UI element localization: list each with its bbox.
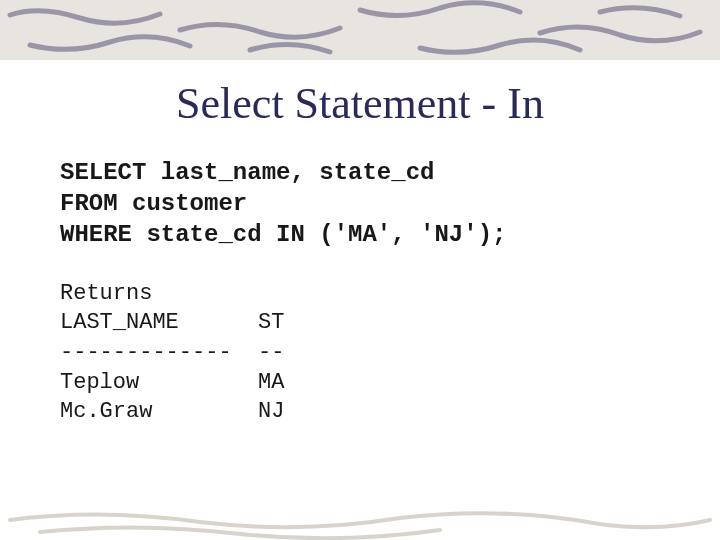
result-header-col1: LAST_NAME xyxy=(60,310,179,335)
slide-title: Select Statement - In xyxy=(0,78,720,129)
result-row-st: MA xyxy=(258,370,284,395)
sql-code: SELECT last_name, state_cd FROM customer… xyxy=(60,157,680,251)
result-row-name: Teplow xyxy=(60,370,139,395)
slide-bottom-border xyxy=(0,500,720,540)
sql-line-3: WHERE state_cd IN ('MA', 'NJ'); xyxy=(60,221,506,248)
result-divider-col2: -- xyxy=(258,340,284,365)
returns-label: Returns xyxy=(60,281,152,306)
sql-line-2: FROM customer xyxy=(60,190,247,217)
result-header-col2: ST xyxy=(258,310,284,335)
result-row-name: Mc.Graw xyxy=(60,399,152,424)
query-results: Returns LAST_NAME ST ------------- -- Te… xyxy=(60,279,680,427)
sql-line-1: SELECT last_name, state_cd xyxy=(60,159,434,186)
result-divider-col1: ------------- xyxy=(60,340,232,365)
result-row-st: NJ xyxy=(258,399,284,424)
slide-content: SELECT last_name, state_cd FROM customer… xyxy=(0,157,720,427)
slide-top-border xyxy=(0,0,720,60)
